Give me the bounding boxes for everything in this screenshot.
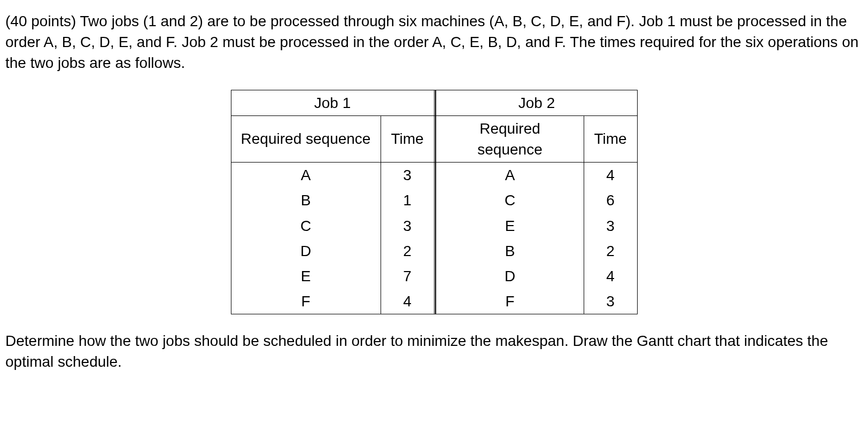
cell-j2seq: E (434, 213, 584, 238)
cell-j1time: 7 (381, 264, 434, 289)
table-row: D 2 B 2 (231, 238, 637, 264)
cell-j2seq: D (434, 264, 584, 289)
cell-j1seq: F (231, 289, 381, 314)
table-row: F 4 F 3 (231, 289, 637, 314)
cell-j2time: 3 (584, 213, 637, 238)
cell-j1seq: C (231, 213, 381, 238)
cell-j2time: 3 (584, 289, 637, 314)
cell-j2seq: B (434, 238, 584, 264)
cell-j2time: 2 (584, 238, 637, 264)
cell-j1time: 3 (381, 163, 434, 188)
cell-j2seq: A (434, 163, 584, 188)
job2-time-header: Time (584, 115, 637, 162)
cell-j1time: 2 (381, 238, 434, 264)
job2-header: Job 2 (434, 90, 637, 115)
cell-j1time: 3 (381, 213, 434, 238)
cell-j1seq: A (231, 163, 381, 188)
table-row: B 1 C 6 (231, 188, 637, 213)
cell-j2time: 4 (584, 163, 637, 188)
job1-time-header: Time (381, 115, 434, 162)
job1-header: Job 1 (231, 90, 434, 115)
cell-j2seq: F (434, 289, 584, 314)
data-table-container: Job 1 Job 2 Required sequence Time Requi… (5, 90, 863, 315)
jobs-table: Job 1 Job 2 Required sequence Time Requi… (231, 90, 638, 315)
problem-intro: (40 points) Two jobs (1 and 2) are to be… (5, 11, 863, 74)
cell-j1seq: B (231, 188, 381, 213)
problem-closing: Determine how the two jobs should be sch… (5, 330, 863, 372)
job2-seq-header: Required sequence (434, 115, 584, 162)
cell-j2time: 4 (584, 264, 637, 289)
cell-j2seq: C (434, 188, 584, 213)
cell-j1seq: D (231, 238, 381, 264)
job1-seq-header: Required sequence (231, 115, 381, 162)
table-row: A 3 A 4 (231, 163, 637, 188)
cell-j1time: 4 (381, 289, 434, 314)
table-row: E 7 D 4 (231, 264, 637, 289)
cell-j2time: 6 (584, 188, 637, 213)
table-row: C 3 E 3 (231, 213, 637, 238)
cell-j1time: 1 (381, 188, 434, 213)
cell-j1seq: E (231, 264, 381, 289)
